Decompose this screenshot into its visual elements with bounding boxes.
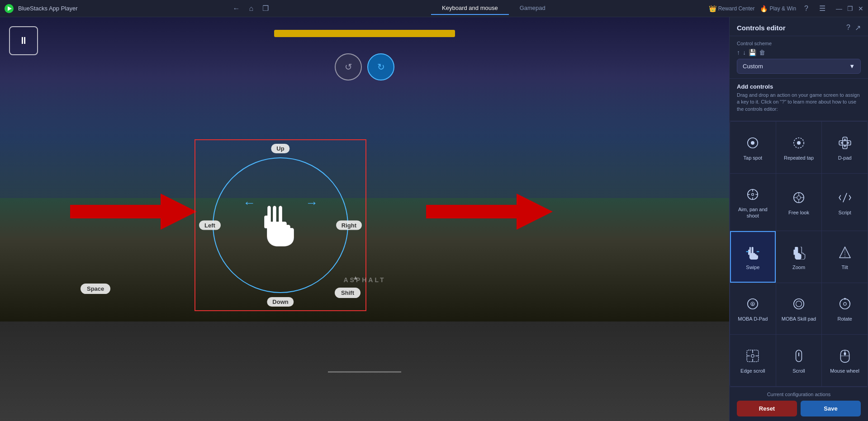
script-label: Script (839, 209, 851, 216)
scheme-upload-icon[interactable]: ↑ (737, 49, 740, 56)
controls-panel: Controls editor ? ↗ Control scheme ↑ ↓ 💾… (729, 17, 868, 421)
control-scroll[interactable]: Scroll (776, 335, 822, 386)
right-red-arrow (426, 194, 553, 230)
game-area[interactable]: ⏸ ↺ ↻ Up Down Left Ri (0, 17, 729, 421)
home-button[interactable]: ⌂ (246, 4, 256, 14)
scheme-dropdown[interactable]: Custom ▼ (737, 59, 861, 74)
svg-marker-11 (844, 145, 846, 147)
back-button[interactable]: ← (230, 4, 242, 14)
tab-bar: Keyboard and mouse Gamepad (431, 2, 556, 15)
moba-skill-pad-label: MOBA Skill pad (782, 316, 816, 322)
d-pad-label: D-pad (838, 155, 852, 161)
title-actions: 👑 Reward Center 🔥 Play & Win ? ☰ (709, 3, 828, 14)
svg-point-5 (751, 141, 754, 145)
control-tap-spot[interactable]: Tap spot (730, 122, 776, 173)
scheme-delete-icon[interactable]: 🗑 (759, 49, 765, 56)
control-aim-pan-shoot[interactable]: Aim, pan and shoot (730, 174, 776, 231)
config-action-buttons: Reset Save (737, 401, 861, 416)
arrow-right-icon: → (305, 196, 318, 210)
mouse-wheel-icon (836, 347, 854, 365)
swipe-left-label: Left (199, 221, 221, 230)
control-free-look[interactable]: Free look (776, 174, 822, 231)
swipe-down-label: Down (267, 297, 294, 307)
svg-point-40 (751, 355, 754, 357)
control-d-pad[interactable]: D-pad (822, 122, 868, 173)
swipe-hand-container: ← → (243, 196, 318, 255)
tap-spot-label: Tap spot (744, 155, 763, 161)
control-swipe[interactable]: Swipe (730, 231, 776, 283)
panel-share-icon[interactable]: ↗ (855, 24, 861, 32)
progress-bar (274, 30, 455, 37)
minimize-button[interactable]: — (835, 5, 843, 12)
menu-button[interactable]: ☰ (816, 3, 828, 14)
svg-point-15 (752, 193, 754, 195)
control-rotate[interactable]: Rotate (822, 283, 868, 335)
moba-d-pad-icon: 6 (744, 295, 762, 313)
panel-help-icon[interactable]: ? (846, 24, 850, 32)
tab-gamepad[interactable]: Gamepad (509, 2, 556, 15)
control-moba-d-pad[interactable]: 6 MOBA D-Pad (730, 283, 776, 335)
pause-icon: ⏸ (19, 35, 28, 47)
road-marking (328, 371, 401, 373)
play-win-button[interactable]: 🔥 Play & Win (760, 5, 796, 12)
reset-button[interactable]: Reset (737, 401, 797, 416)
control-script[interactable]: Script (822, 174, 868, 231)
control-edge-scroll[interactable]: Edge scroll (730, 335, 776, 386)
swipe-up-label: Up (271, 144, 289, 153)
config-actions-title: Current configuration actions (737, 392, 861, 397)
shift-key-label: Shift (335, 288, 360, 298)
restore-nav-button[interactable]: ❐ (260, 3, 271, 14)
tab-keyboard-mouse[interactable]: Keyboard and mouse (431, 2, 509, 15)
window-restore-button[interactable]: ❐ (846, 5, 854, 12)
swipe-label: Swipe (746, 264, 759, 270)
nav-circle-right: ↻ (367, 53, 394, 80)
svg-point-37 (843, 303, 846, 305)
rotate-icon (836, 295, 854, 313)
reward-center-button[interactable]: 👑 Reward Center (709, 5, 755, 12)
control-tilt[interactable]: Tilt (822, 231, 868, 283)
moba-d-pad-label: MOBA D-Pad (738, 316, 768, 322)
arrow-left-icon: ← (243, 196, 256, 210)
control-scheme-label: Control scheme (737, 41, 861, 46)
swipe-right-label: Right (336, 221, 362, 230)
svg-marker-12 (840, 142, 842, 144)
free-look-label: Free look (788, 209, 809, 216)
bluestacks-logo (4, 3, 14, 14)
scheme-download-icon[interactable]: ↓ (743, 49, 746, 56)
main-content: ⏸ ↺ ↻ Up Down Left Ri (0, 17, 868, 421)
scheme-save-icon[interactable]: 💾 (749, 49, 756, 56)
save-button[interactable]: Save (801, 401, 861, 416)
aim-pan-shoot-icon (744, 185, 762, 203)
free-look-icon (790, 189, 808, 207)
add-controls-section: Add controls Drag and drop an action on … (730, 79, 868, 121)
tilt-label: Tilt (842, 264, 848, 270)
road (0, 322, 729, 421)
svg-point-7 (797, 141, 801, 145)
svg-point-34 (794, 299, 804, 309)
svg-point-35 (796, 301, 802, 307)
svg-point-21 (797, 196, 801, 199)
svg-text:6: 6 (752, 303, 754, 306)
zoom-label: Zoom (792, 264, 805, 270)
rotate-label: Rotate (837, 316, 852, 322)
control-moba-skill-pad[interactable]: MOBA Skill pad (776, 283, 822, 335)
help-button[interactable]: ? (802, 4, 811, 14)
swipe-control-overlay[interactable]: Up Down Left Right ← → (194, 139, 366, 311)
nav-circle-left: ↺ (335, 53, 362, 80)
control-zoom[interactable]: Zoom (776, 231, 822, 283)
svg-rect-49 (844, 352, 846, 355)
pause-button[interactable]: ⏸ (9, 26, 38, 55)
panel-header: Controls editor ? ↗ (730, 17, 868, 36)
panel-bottom: Current configuration actions Reset Save (730, 387, 868, 421)
left-red-arrow (70, 194, 197, 230)
control-repeated-tap[interactable]: Repeated tap (776, 122, 822, 173)
svg-marker-3 (426, 194, 553, 230)
swipe-icon (744, 243, 762, 261)
close-button[interactable]: ✕ (857, 5, 864, 12)
title-bar: BlueStacks App Player ← ⌂ ❐ Keyboard and… (0, 0, 868, 17)
aim-pan-shoot-label: Aim, pan and shoot (733, 206, 773, 219)
controls-grid: Tap spot Repeated tap (730, 121, 868, 387)
window-controls: — ❐ ✕ (835, 5, 864, 12)
control-mouse-wheel[interactable]: Mouse wheel (822, 335, 868, 386)
svg-marker-10 (844, 138, 846, 140)
